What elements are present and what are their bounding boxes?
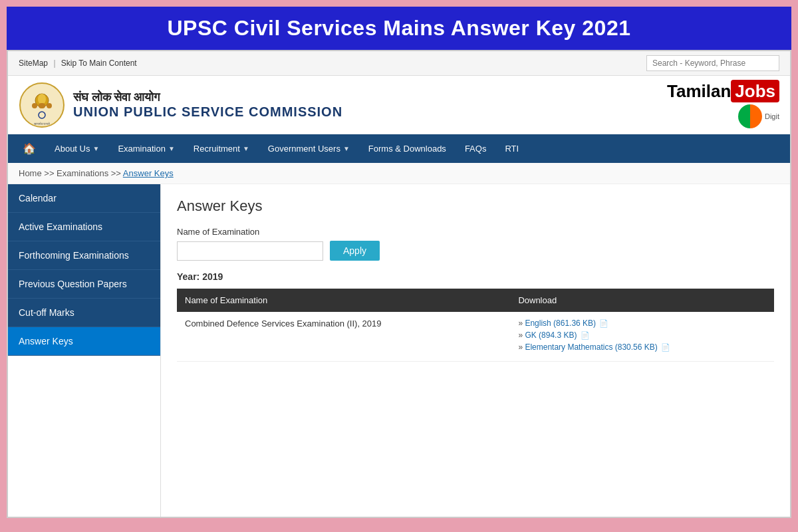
svg-text:सत्यमेव जयते: सत्यमेव जयते — [33, 122, 50, 126]
sidebar-item-calendar[interactable]: Calendar — [8, 184, 160, 213]
pdf-icon: 📄 — [599, 319, 608, 327]
nav-recruitment[interactable]: Recruitment ▼ — [184, 134, 259, 163]
svg-rect-3 — [32, 103, 37, 108]
org-name-block: संघ लोक सेवा आयोग UNION PUBLIC SERVICE C… — [73, 90, 342, 120]
main-content: Calendar Active Examinations Forthcoming… — [8, 184, 790, 517]
logo-area: सत्यमेव जयते संघ लोक सेवा आयोग UNION PUB… — [19, 82, 342, 128]
sidebar-item-forthcoming-examinations[interactable]: Forthcoming Examinations — [8, 241, 160, 270]
filter-form: Name of Examination Apply — [177, 227, 774, 261]
recruitment-arrow-icon: ▼ — [243, 145, 249, 152]
exam-name-input[interactable] — [177, 241, 323, 261]
site-header: सत्यमेव जयते संघ लोक सेवा आयोग UNION PUB… — [8, 76, 790, 134]
form-row: Apply — [177, 241, 774, 261]
sidebar-item-cutoff-marks[interactable]: Cut-off Marks — [8, 299, 160, 327]
download-link-gk[interactable]: GK (894.3 KB) 📄 — [525, 331, 589, 340]
year-label: Year: 2019 — [177, 271, 774, 282]
pdf-icon-math: 📄 — [661, 343, 670, 351]
download-link-english[interactable]: English (861.36 KB) 📄 — [525, 319, 608, 328]
digit-logo: Digit — [738, 104, 779, 128]
sidebar-item-answer-keys[interactable]: Answer Keys — [8, 327, 160, 356]
govt-arrow-icon: ▼ — [343, 145, 350, 152]
brand-box: TamilanJobs Digit — [667, 81, 779, 128]
inner-container: SiteMap | Skip To Main Content — [7, 50, 791, 518]
content-panel: Answer Keys Name of Examination Apply Ye… — [161, 184, 790, 517]
table-row: Combined Defence Services Examination (I… — [177, 312, 774, 362]
nav-examination[interactable]: Examination ▼ — [108, 134, 184, 163]
tamilan-jobs-logo: TamilanJobs — [667, 81, 779, 102]
utility-bar: SiteMap | Skip To Main Content — [8, 51, 790, 76]
download-links: English (861.36 KB) 📄 GK (894.3 KB) 📄 — [518, 319, 766, 352]
nav-faqs[interactable]: FAQs — [456, 134, 496, 163]
digit-text: Digit — [765, 112, 779, 120]
nav-rti[interactable]: RTI — [495, 134, 528, 163]
nav-about-us[interactable]: About Us ▼ — [45, 134, 108, 163]
sidebar: Calendar Active Examinations Forthcoming… — [8, 184, 161, 517]
main-nav: 🏠 About Us ▼ Examination ▼ Recruitment ▼… — [8, 134, 790, 163]
sidebar-item-previous-question-papers[interactable]: Previous Question Papers — [8, 270, 160, 299]
search-bar — [646, 55, 779, 71]
search-input[interactable] — [646, 55, 779, 71]
svg-rect-4 — [47, 103, 52, 108]
exam-name-label: Name of Examination — [177, 227, 774, 237]
download-item-english: English (861.36 KB) 📄 — [518, 319, 766, 328]
svg-point-2 — [38, 94, 46, 104]
nav-home[interactable]: 🏠 — [13, 134, 45, 163]
download-cell: English (861.36 KB) 📄 GK (894.3 KB) 📄 — [510, 312, 774, 362]
page-title: UPSC Civil Services Mains Answer Key 202… — [7, 7, 791, 50]
breadcrumb-examinations[interactable]: Examinations — [57, 168, 108, 178]
sitemap-link[interactable]: SiteMap — [19, 59, 48, 68]
breadcrumb-home[interactable]: Home — [19, 168, 42, 178]
download-item-math: Elementary Mathematics (830.56 KB) 📄 — [518, 342, 766, 352]
hindi-name: संघ लोक सेवा आयोग — [73, 90, 342, 104]
nav-govt-users[interactable]: Government Users ▼ — [259, 134, 359, 163]
utility-links: SiteMap | Skip To Main Content — [19, 59, 137, 68]
table-header-download: Download — [510, 289, 774, 312]
exam-table: Name of Examination Download Combined De… — [177, 289, 774, 362]
emblem-icon: सत्यमेव जयते — [19, 82, 65, 128]
about-arrow-icon: ▼ — [92, 145, 99, 152]
exam-arrow-icon: ▼ — [168, 145, 175, 152]
english-name: UNION PUBLIC SERVICE COMMISSION — [73, 104, 342, 120]
exam-name-cell: Combined Defence Services Examination (I… — [177, 312, 510, 362]
digit-circle-icon — [738, 104, 762, 128]
nav-forms-downloads[interactable]: Forms & Downloads — [359, 134, 456, 163]
skip-link[interactable]: Skip To Main Content — [61, 59, 137, 68]
breadcrumb-answer-keys: Answer Keys — [123, 168, 174, 178]
download-link-math[interactable]: Elementary Mathematics (830.56 KB) 📄 — [525, 342, 670, 352]
table-header-exam-name: Name of Examination — [177, 289, 510, 312]
pdf-icon-gk: 📄 — [581, 331, 590, 339]
sidebar-item-active-examinations[interactable]: Active Examinations — [8, 213, 160, 241]
breadcrumb: Home >> Examinations >> Answer Keys — [8, 163, 790, 184]
svg-rect-5 — [39, 103, 45, 108]
download-item-gk: GK (894.3 KB) 📄 — [518, 331, 766, 340]
apply-button[interactable]: Apply — [330, 241, 380, 261]
outer-wrapper: UPSC Civil Services Mains Answer Key 202… — [0, 0, 798, 532]
content-title: Answer Keys — [177, 198, 774, 215]
